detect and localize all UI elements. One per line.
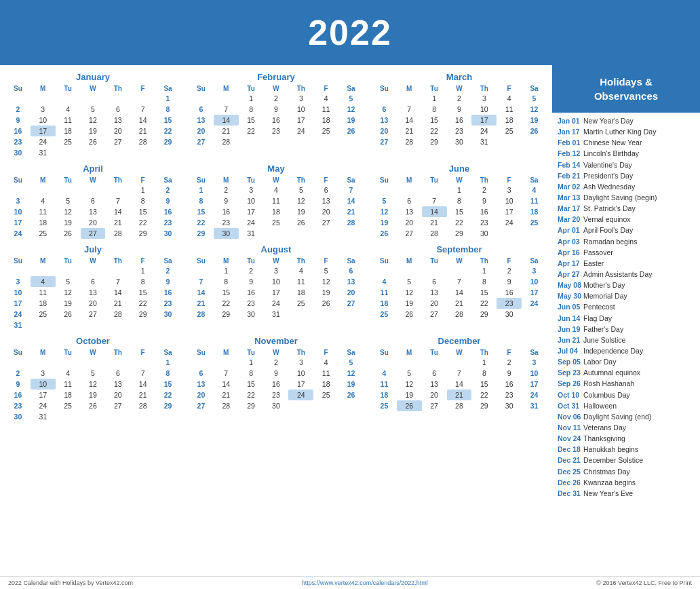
day-cell (264, 136, 289, 147)
day-cell: 5 (81, 104, 106, 115)
holiday-date: Mar 02 (558, 183, 583, 192)
day-cell: 27 (422, 309, 447, 320)
day-header: F (313, 84, 338, 93)
day-cell: 8 (447, 195, 472, 206)
day-cell: 10 (5, 287, 31, 298)
holiday-date: Feb 01 (558, 138, 583, 148)
holiday-date: Feb 21 (558, 172, 583, 181)
day-cell (214, 357, 239, 368)
calendar-grid: JanuarySuMTuWThFSa1234567891011121314151… (5, 72, 547, 422)
day-header: Su (5, 84, 31, 93)
day-cell: 3 (5, 195, 31, 206)
day-header: M (31, 84, 56, 93)
day-cell: 3 (5, 276, 31, 287)
holiday-item: Oct 10Columbus Day (558, 391, 695, 400)
holiday-item: Jan 17Martin Luther King Day (558, 128, 695, 137)
day-cell: 23 (155, 298, 180, 309)
day-cell: 21 (422, 217, 447, 228)
day-cell: 21 (189, 298, 214, 309)
holiday-date: Nov 24 (558, 434, 583, 444)
day-cell: 7 (130, 368, 155, 379)
day-cell (105, 93, 130, 104)
month-table: SuMTuWThFSa12345678910111213141516171819… (189, 348, 364, 411)
holiday-item: Feb 01Chinese New Year (558, 138, 695, 148)
day-cell: 11 (288, 276, 313, 287)
day-cell: 14 (130, 115, 155, 126)
day-cell: 26 (372, 228, 397, 239)
day-header: W (81, 176, 106, 185)
day-cell: 25 (31, 228, 56, 239)
day-cell (189, 357, 214, 368)
day-cell: 28 (338, 217, 364, 228)
day-cell: 5 (313, 265, 338, 276)
day-cell: 4 (264, 185, 289, 195)
day-cell: 5 (372, 195, 397, 206)
day-cell: 26 (56, 228, 81, 239)
day-cell: 15 (214, 287, 239, 298)
day-cell: 25 (56, 136, 81, 147)
holiday-date: Apr 03 (558, 238, 583, 247)
holiday-item: Dec 18Hanukkah begins (558, 445, 695, 455)
day-header: Tu (239, 348, 264, 357)
day-cell: 8 (471, 276, 497, 287)
day-cell: 3 (522, 357, 547, 368)
day-cell: 21 (105, 298, 130, 309)
day-cell (338, 400, 364, 411)
day-cell: 31 (5, 320, 31, 330)
holiday-item: Apr 16Passover (558, 248, 695, 258)
month-october: OctoberSuMTuWThFSa1234567891011121314151… (5, 336, 180, 422)
day-cell: 13 (81, 287, 106, 298)
day-cell: 10 (264, 276, 289, 287)
day-cell: 10 (522, 276, 547, 287)
day-cell (56, 411, 81, 422)
day-header: W (264, 256, 289, 265)
day-header: Su (189, 256, 214, 265)
day-cell (130, 357, 155, 368)
day-cell: 26 (56, 309, 81, 320)
day-cell: 20 (422, 298, 447, 309)
day-header: W (447, 256, 472, 265)
day-cell: 1 (214, 265, 239, 276)
day-cell: 27 (313, 217, 338, 228)
day-header: F (130, 348, 155, 357)
holiday-date: Apr 27 (558, 270, 583, 280)
day-header: F (130, 84, 155, 93)
day-cell: 28 (189, 309, 214, 320)
month-title: February (189, 72, 364, 82)
holiday-name: December Solstice (583, 456, 643, 466)
day-cell: 24 (522, 390, 547, 400)
day-cell: 5 (522, 93, 547, 104)
day-cell: 2 (5, 368, 31, 379)
day-cell: 11 (372, 287, 397, 298)
day-cell: 8 (239, 104, 264, 115)
day-cell: 19 (313, 287, 338, 298)
month-february: FebruarySuMTuWThFSa123456789101112131415… (189, 72, 364, 158)
day-cell: 18 (288, 287, 313, 298)
day-header: W (447, 84, 472, 93)
day-cell: 27 (372, 136, 397, 147)
day-cell: 23 (497, 298, 522, 309)
day-cell (155, 411, 180, 422)
day-cell: 17 (471, 115, 497, 126)
day-header: Sa (338, 176, 364, 185)
holiday-item: May 08Mother's Day (558, 281, 695, 290)
day-cell: 17 (288, 379, 313, 390)
day-cell: 10 (522, 368, 547, 379)
month-table: SuMTuWThFSa12345678910111213141516171819… (189, 176, 364, 239)
day-cell: 19 (338, 379, 364, 390)
day-cell: 15 (471, 379, 497, 390)
day-cell: 28 (447, 309, 472, 320)
holiday-name: Rosh Hashanah (583, 379, 634, 389)
day-cell: 23 (5, 400, 31, 411)
day-cell: 26 (397, 400, 422, 411)
day-cell (81, 411, 106, 422)
day-cell (338, 136, 364, 147)
holiday-date: Feb 12 (558, 149, 583, 159)
day-cell: 4 (522, 185, 547, 195)
day-cell (447, 357, 472, 368)
day-header: Th (105, 84, 130, 93)
day-cell: 20 (338, 287, 364, 298)
day-cell: 18 (31, 217, 56, 228)
month-title: January (5, 72, 180, 82)
day-header: Th (105, 176, 130, 185)
